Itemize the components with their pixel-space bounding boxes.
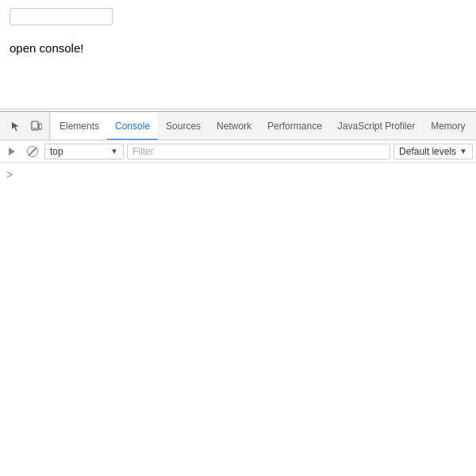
tab-elements[interactable]: Elements (52, 113, 107, 140)
console-toolbar: top ▼ Default levels ▼ (0, 140, 476, 163)
tab-console[interactable]: Console (107, 113, 158, 140)
devtools-panel: Elements Console Sources Network Perform… (0, 111, 476, 476)
svg-rect-1 (39, 124, 42, 129)
tab-sources[interactable]: Sources (158, 113, 209, 140)
tab-performance[interactable]: Performance (259, 113, 330, 140)
context-arrow-icon: ▼ (110, 147, 118, 155)
prompt-chevron-icon: > (6, 167, 13, 183)
tab-network[interactable]: Network (209, 113, 259, 140)
devtools-tab-bar: Elements Console Sources Network Perform… (0, 112, 476, 140)
browser-page: open console! (0, 0, 476, 109)
tab-js-profiler[interactable]: JavaScript Profiler (330, 113, 423, 140)
url-bar[interactable] (10, 8, 113, 25)
clear-icon[interactable] (24, 143, 41, 160)
cursor-icon[interactable] (8, 118, 24, 134)
console-content: > (0, 163, 476, 476)
page-heading: open console! (10, 41, 466, 55)
filter-input[interactable] (127, 144, 390, 159)
devtools-icons (3, 112, 50, 140)
context-label: top (50, 146, 63, 157)
levels-selector[interactable]: Default levels ▼ (393, 144, 473, 159)
context-selector[interactable]: top ▼ (44, 144, 124, 159)
levels-label: Default levels (399, 146, 456, 157)
device-toggle-icon[interactable] (29, 118, 44, 134)
tab-memory[interactable]: Memory (423, 113, 473, 140)
console-prompt-row: > (0, 166, 476, 185)
levels-arrow-icon: ▼ (459, 147, 467, 155)
play-icon[interactable] (3, 143, 21, 160)
